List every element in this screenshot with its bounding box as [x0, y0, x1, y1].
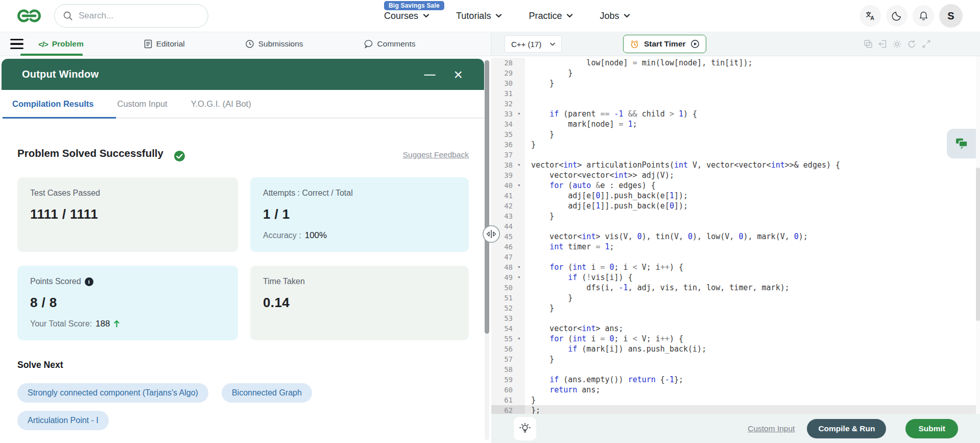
code-line[interactable]: 50 dfs(i, -1, adj, vis, tin, low, timer,… — [491, 283, 980, 293]
nav-menu-jobs[interactable]: Jobs — [600, 11, 630, 21]
fold-arrow-icon[interactable]: ▾ — [517, 160, 525, 170]
fold-arrow-icon[interactable]: ▾ — [517, 180, 525, 191]
code-editor[interactable]: 28 low[node] = min(low[node], tin[it]);2… — [491, 56, 980, 414]
dark-mode-button[interactable] — [886, 5, 907, 27]
minimize-icon[interactable]: — — [424, 69, 435, 80]
code-line[interactable]: 59 if (ans.empty()) return {-1}; — [491, 375, 980, 385]
info-icon[interactable]: i — [85, 277, 93, 286]
close-icon[interactable]: × — [453, 67, 463, 82]
code-line[interactable]: 28 low[node] = min(low[node], tin[it]); — [491, 58, 980, 68]
document-icon — [144, 39, 152, 49]
discussion-side-tab[interactable] — [947, 129, 976, 158]
code-line[interactable]: 49▾ if (!vis[i]) { — [491, 272, 980, 283]
tab-yogi-ai-bot[interactable]: Y.O.G.I. (AI Bot) — [191, 99, 251, 109]
active-tab-indicator — [20, 54, 83, 56]
code-line[interactable]: 36} — [491, 139, 980, 150]
output-scrollbar[interactable] — [485, 59, 489, 440]
code-line[interactable]: 47 — [491, 252, 980, 262]
custom-input-link[interactable]: Custom Input — [748, 424, 795, 433]
gfg-logo[interactable] — [15, 8, 43, 24]
notifications-button[interactable] — [913, 5, 934, 27]
code-line[interactable]: 52 } — [491, 303, 980, 313]
avatar[interactable]: S — [939, 4, 963, 28]
hamburger-menu-button[interactable] — [10, 39, 23, 49]
tab-compilation-results[interactable]: Compilation Results — [12, 99, 94, 109]
code-line-text: adj[e[0]].push_back(e[1]); — [525, 191, 688, 201]
code-line[interactable]: 38▾vector<int> articulationPoints(int V,… — [491, 160, 980, 170]
code-line-text: } — [525, 293, 572, 303]
code-line-text: } — [525, 139, 536, 150]
translate-button[interactable]: A — [859, 5, 881, 27]
fold-arrow-icon[interactable]: ▾ — [517, 272, 525, 283]
nav-menu-courses[interactable]: Courses — [384, 11, 429, 21]
code-line[interactable]: 46 int timer = 1; — [491, 242, 980, 252]
line-number: 55 — [491, 334, 517, 344]
code-line[interactable]: 48▾ for (int i = 0; i < V; i++) { — [491, 262, 980, 272]
editor-scrollbar[interactable] — [976, 56, 980, 414]
hint-button[interactable] — [514, 417, 536, 440]
code-line[interactable]: 62}; — [491, 405, 980, 414]
code-line[interactable]: 29 } — [491, 68, 980, 78]
nav-menu-practice[interactable]: Practice — [529, 11, 573, 21]
fullscreen-icon[interactable] — [922, 39, 931, 49]
tab-comments[interactable]: Comments — [364, 39, 416, 49]
code-line[interactable]: 58 — [491, 364, 980, 375]
code-line[interactable]: 35 } — [491, 129, 980, 139]
code-line[interactable]: 54 vector<int> ans; — [491, 323, 980, 334]
start-timer-button[interactable]: Start Timer — [623, 35, 706, 53]
fold-spacer — [517, 252, 525, 262]
code-line[interactable]: 39 vector<vector<int>> adj(V); — [491, 170, 980, 180]
tab-submissions[interactable]: Submissions — [245, 39, 303, 49]
code-line-text: if (mark[i]) ans.push_back(i); — [525, 344, 706, 354]
import-code-icon[interactable] — [878, 39, 887, 49]
nav-menu-tutorials[interactable]: Tutorials — [456, 11, 502, 21]
code-line[interactable]: 32 — [491, 99, 980, 109]
tab-custom-input[interactable]: Custom Input — [117, 99, 168, 109]
code-line[interactable]: 43 } — [491, 211, 980, 221]
suggest-feedback-link[interactable]: Suggest Feedback — [403, 150, 469, 159]
sale-badge[interactable]: Big Savings Sale — [384, 1, 444, 10]
code-line[interactable]: 51 } — [491, 293, 980, 303]
panel-resize-handle[interactable] — [482, 225, 500, 245]
code-line[interactable]: 44 — [491, 221, 980, 231]
code-line[interactable]: 53 — [491, 313, 980, 323]
code-line[interactable]: 30 } — [491, 78, 980, 88]
code-line[interactable]: 56 if (mark[i]) ans.push_back(i); — [491, 344, 980, 354]
code-line[interactable]: 55▾ for (int i = 0; i < V; i++) { — [491, 334, 980, 344]
code-line[interactable]: 42 adj[e[1]].push_back(e[0]); — [491, 201, 980, 211]
submit-button[interactable]: Submit — [905, 419, 958, 438]
code-line[interactable]: 33▾ if (parent == -1 && child > 1) { — [491, 109, 980, 119]
code-line[interactable]: 41 adj[e[0]].push_back(e[1]); — [491, 191, 980, 201]
settings-gear-icon[interactable] — [892, 39, 902, 49]
code-line[interactable]: 61} — [491, 395, 980, 405]
scrollbar-thumb[interactable] — [976, 168, 980, 321]
solve-next-chip[interactable]: Biconnected Graph — [222, 383, 312, 403]
fold-spacer — [517, 354, 525, 364]
compile-run-button[interactable]: Compile & Run — [807, 419, 886, 438]
tab-editorial[interactable]: Editorial — [144, 39, 185, 49]
code-line[interactable]: 37 — [491, 150, 980, 160]
code-line[interactable]: 57 } — [491, 354, 980, 364]
scrollbar-thumb[interactable] — [485, 60, 489, 334]
code-line-text: if (parent == -1 && child > 1) { — [525, 109, 697, 119]
solve-next-chip[interactable]: Strongly connected component (Tarjans's … — [17, 383, 208, 403]
code-line[interactable]: 60 return ans; — [491, 385, 980, 395]
fold-arrow-icon[interactable]: ▾ — [517, 334, 525, 344]
code-line-text: } — [525, 211, 554, 221]
fold-spacer — [517, 78, 525, 88]
copy-code-icon[interactable] — [864, 39, 873, 49]
fold-arrow-icon[interactable]: ▾ — [517, 262, 525, 272]
tab-problem[interactable]: </> Problem — [38, 39, 84, 49]
search-input[interactable] — [79, 11, 200, 21]
code-line[interactable]: 40▾ for (auto &e : edges) { — [491, 180, 980, 191]
code-line-text: low[node] = min(low[node], tin[it]); — [525, 58, 753, 68]
code-line[interactable]: 34 mark[node] = 1; — [491, 119, 980, 129]
code-line[interactable]: 31 — [491, 88, 980, 99]
language-select[interactable]: C++ (17) — [505, 35, 562, 53]
search-bar[interactable] — [54, 4, 208, 28]
line-number: 40 — [491, 180, 517, 191]
fold-arrow-icon[interactable]: ▾ — [517, 109, 525, 119]
code-line[interactable]: 45 vector<int> vis(V, 0), tin(V, 0), low… — [491, 231, 980, 242]
reset-code-icon[interactable] — [907, 39, 917, 49]
solve-next-chip[interactable]: Articulation Point - I — [17, 411, 109, 430]
